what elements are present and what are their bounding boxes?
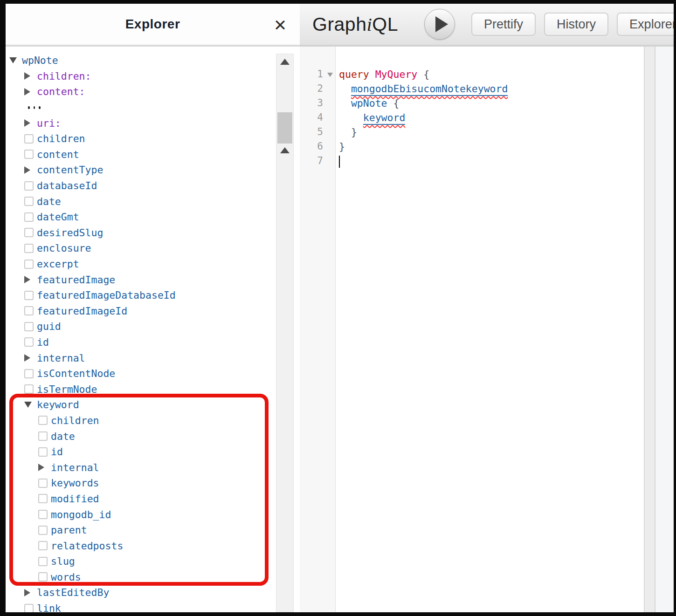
tree-item-iscontentnode[interactable]: isContentNode (6, 366, 300, 382)
field-checkbox[interactable] (24, 212, 37, 222)
execute-query-button[interactable] (424, 9, 455, 40)
field-checkbox[interactable] (24, 197, 37, 206)
tree-item-mongodb_id[interactable]: mongodb_id (6, 506, 300, 522)
tree-label[interactable]: date (51, 431, 75, 442)
tree-item-[interactable] (6, 100, 300, 116)
field-checkbox[interactable] (38, 526, 51, 535)
tree-item-parent[interactable]: parent (6, 522, 300, 538)
tree-item-wpnote[interactable]: wpNote (6, 53, 300, 68)
code-line[interactable]: wpNote { (339, 96, 644, 110)
tree-label[interactable]: enclosure (37, 242, 91, 254)
field-checkbox[interactable] (24, 306, 37, 315)
tree-label[interactable]: keyword (37, 399, 79, 411)
caret-down-icon[interactable] (9, 57, 22, 63)
tree-item-id[interactable]: id (6, 335, 300, 350)
caret-right-icon[interactable] (24, 88, 37, 96)
tree-label[interactable]: slug (51, 555, 75, 567)
code-line[interactable]: keyword (339, 110, 644, 125)
tree-label[interactable]: keywords (51, 477, 99, 489)
tree-item-contenttype[interactable]: contentType (6, 162, 300, 178)
tree-label[interactable]: content: (37, 86, 85, 97)
tree-label[interactable]: contentType (37, 164, 103, 176)
tree-item-dategmt[interactable]: dateGmt (6, 209, 300, 225)
tree-label[interactable]: children: (37, 70, 91, 82)
code-line[interactable]: mongodbEbisucomNotekeyword (339, 82, 644, 96)
tree-item-date[interactable]: date (6, 193, 300, 209)
tree-label[interactable]: id (37, 336, 49, 348)
tree-item-children[interactable]: children (6, 413, 300, 429)
tree-item-relatedposts[interactable]: relatedposts (6, 538, 300, 554)
tree-label[interactable]: featuredImage (37, 274, 115, 286)
tree-label[interactable]: children (37, 133, 85, 144)
code-line[interactable]: } (339, 139, 644, 154)
tree-item-words[interactable]: words (6, 569, 300, 585)
tree-item-keywords[interactable]: keywords (6, 475, 300, 491)
tree-item-children[interactable]: children (6, 131, 300, 147)
tree-label[interactable]: uri: (37, 117, 61, 129)
close-icon[interactable]: ✕ (271, 16, 290, 34)
field-checkbox[interactable] (24, 150, 37, 159)
explorer-scrollbar[interactable] (276, 54, 294, 612)
pane-divider[interactable] (644, 47, 655, 612)
field-checkbox[interactable] (24, 384, 37, 394)
tree-label[interactable]: isContentNode (37, 368, 115, 379)
tree-item-modified[interactable]: modified (6, 491, 300, 507)
field-checkbox[interactable] (24, 181, 37, 191)
tree-label[interactable]: featuredImageId (37, 305, 127, 317)
tree-label[interactable]: guid (37, 321, 61, 332)
caret-down-icon[interactable] (24, 402, 37, 408)
field-checkbox[interactable] (38, 494, 51, 503)
caret-right-icon[interactable] (24, 119, 37, 127)
field-checkbox[interactable] (24, 244, 37, 253)
prettify-button[interactable]: Prettify (471, 13, 536, 36)
tree-item-id[interactable]: id (6, 444, 300, 460)
tree-label[interactable]: parent (51, 524, 87, 536)
caret-right-icon[interactable] (24, 72, 37, 80)
tree-item-featuredimagedatabaseid[interactable]: featuredImageDatabaseId (6, 287, 300, 303)
history-button[interactable]: History (544, 13, 608, 36)
field-checkbox[interactable] (38, 447, 51, 457)
tree-label[interactable]: databaseId (37, 180, 97, 192)
field-checkbox[interactable] (24, 322, 37, 331)
scrollbar-up-arrow-icon[interactable] (280, 147, 290, 153)
tree-label[interactable]: isTermNode (37, 383, 97, 395)
tree-item-excerpt[interactable]: excerpt (6, 256, 300, 272)
caret-right-icon[interactable] (24, 354, 37, 362)
caret-right-icon[interactable] (24, 276, 37, 283)
field-checkbox[interactable] (24, 337, 37, 347)
field-checkbox[interactable] (38, 541, 51, 550)
tree-item-desiredslug[interactable]: desiredSlug (6, 225, 300, 241)
tree-item-databaseid[interactable]: databaseId (6, 178, 300, 194)
tree-item-content[interactable]: content (6, 147, 300, 163)
tree-label[interactable]: internal (37, 352, 85, 364)
tree-label[interactable]: excerpt (37, 258, 79, 270)
code-line[interactable]: query MyQuery { (339, 67, 644, 82)
field-checkbox[interactable] (38, 416, 51, 425)
tree-item-date[interactable]: date (6, 428, 300, 444)
tree-label[interactable]: featuredImageDatabaseId (37, 289, 176, 301)
tree-label[interactable]: link (37, 602, 61, 612)
explorer-toggle-button[interactable]: Explorer (617, 13, 674, 36)
field-checkbox[interactable] (24, 260, 37, 269)
tree-item-link[interactable]: link (6, 601, 300, 612)
tree-label[interactable]: lastEditedBy (37, 587, 109, 598)
field-checkbox[interactable] (38, 572, 51, 582)
tree-item-featuredimage[interactable]: featuredImage (6, 272, 300, 287)
tree-item-internal[interactable]: internal (6, 459, 300, 475)
tree-item-enclosure[interactable]: enclosure (6, 240, 300, 256)
tree-label[interactable]: mongodb_id (51, 509, 111, 520)
query-editor[interactable]: query MyQuery { mongodbEbisucomNotekeywo… (336, 47, 644, 612)
tree-item-children[interactable]: children: (6, 68, 300, 84)
caret-right-icon[interactable] (24, 166, 37, 174)
field-checkbox[interactable] (24, 228, 37, 237)
code-line[interactable]: } (339, 125, 644, 139)
tree-label[interactable]: internal (51, 462, 99, 473)
field-checkbox[interactable] (38, 557, 51, 566)
tree-item-guid[interactable]: guid (6, 319, 300, 335)
tree-item-istermnode[interactable]: isTermNode (6, 381, 300, 397)
tree-label[interactable]: relatedposts (51, 540, 123, 552)
scrollbar-up-arrow-icon[interactable] (280, 59, 290, 65)
field-checkbox[interactable] (24, 291, 37, 300)
tree-item-uri[interactable]: uri: (6, 115, 300, 131)
field-checkbox[interactable] (24, 369, 37, 378)
